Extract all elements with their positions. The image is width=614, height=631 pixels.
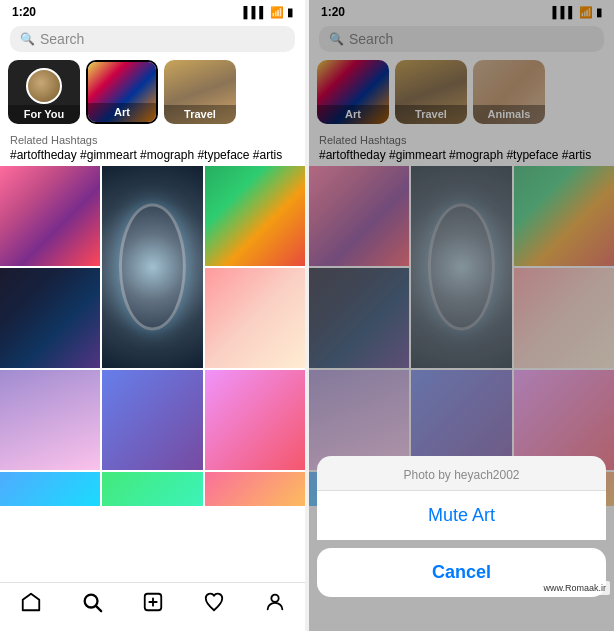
left-phone: 1:20 ▌▌▌ 📶 ▮ 🔍 Search For You Art <box>0 0 305 631</box>
grid-item-6[interactable] <box>0 370 100 470</box>
grid-item-1[interactable] <box>0 166 100 266</box>
grid-item-9[interactable] <box>0 472 100 506</box>
grid-item-10[interactable] <box>102 472 202 506</box>
signal-icon: ▌▌▌ <box>244 6 267 18</box>
grid-item-4[interactable] <box>0 268 100 368</box>
hashtags-section-left: Related Hashtags #artoftheday #gimmeart … <box>0 130 305 166</box>
action-sheet-overlay[interactable]: Photo by heyach2002 Mute Art Cancel <box>309 0 614 631</box>
status-icons-left: ▌▌▌ 📶 ▮ <box>244 6 293 19</box>
watermark: www.Romaak.ir <box>539 581 610 595</box>
bottom-nav-left <box>0 582 305 631</box>
tab-overlay-for-you: For You <box>8 105 80 124</box>
tab-label-travel-left: Travel <box>184 108 216 120</box>
search-placeholder-left: Search <box>40 31 84 47</box>
photo-grid-left <box>0 166 305 506</box>
mute-art-button[interactable]: Mute Art <box>317 491 606 540</box>
status-time-left: 1:20 <box>12 5 36 19</box>
grid-item-3[interactable] <box>205 166 305 266</box>
tab-travel-left[interactable]: Travel <box>164 60 236 124</box>
nav-search-left[interactable] <box>81 591 103 619</box>
grid-item-center-art[interactable] <box>102 166 202 368</box>
battery-icon: ▮ <box>287 6 293 19</box>
hashtags-text-left[interactable]: #artoftheday #gimmeart #mograph #typefac… <box>10 148 295 162</box>
grid-item-8[interactable] <box>205 370 305 470</box>
grid-item-7[interactable] <box>102 370 202 470</box>
tab-for-you[interactable]: For You <box>8 60 80 124</box>
tab-overlay-art-left: Art <box>88 103 156 122</box>
status-bar-left: 1:20 ▌▌▌ 📶 ▮ <box>0 0 305 22</box>
search-icon-left: 🔍 <box>20 32 35 46</box>
tab-label-for-you: For You <box>24 108 65 120</box>
svg-line-1 <box>96 606 101 611</box>
nav-profile-left[interactable] <box>264 591 286 619</box>
avatar-for-you <box>26 68 62 104</box>
tab-overlay-travel-left: Travel <box>164 105 236 124</box>
nav-heart-left[interactable] <box>203 591 225 619</box>
hashtags-label-left: Related Hashtags <box>10 134 295 146</box>
action-sheet: Photo by heyach2002 Mute Art <box>317 456 606 540</box>
search-bar-left[interactable]: 🔍 Search <box>10 26 295 52</box>
wifi-icon: 📶 <box>270 6 284 19</box>
category-tabs-left: For You Art Travel <box>0 58 305 130</box>
svg-point-5 <box>271 595 278 602</box>
grid-item-11[interactable] <box>205 472 305 506</box>
right-phone: 1:20 ▌▌▌ 📶 ▮ 🔍 Search Art Travel <box>309 0 614 631</box>
nav-home-left[interactable] <box>20 591 42 619</box>
grid-item-5[interactable] <box>205 268 305 368</box>
nav-add-left[interactable] <box>142 591 164 619</box>
tab-art-left[interactable]: Art <box>86 60 158 124</box>
action-sheet-title: Photo by heyach2002 <box>317 456 606 490</box>
tab-label-art-left: Art <box>114 106 130 118</box>
